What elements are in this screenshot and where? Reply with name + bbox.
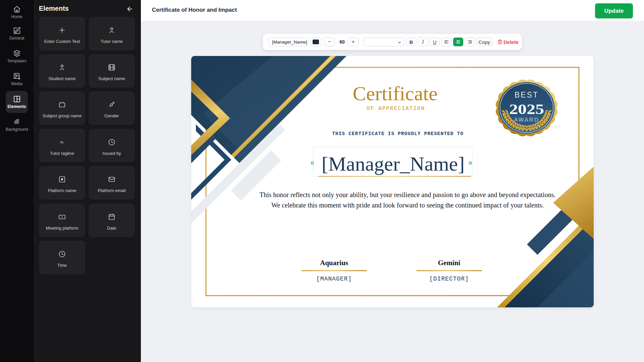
svg-text:AWARD: AWARD: [514, 117, 539, 123]
